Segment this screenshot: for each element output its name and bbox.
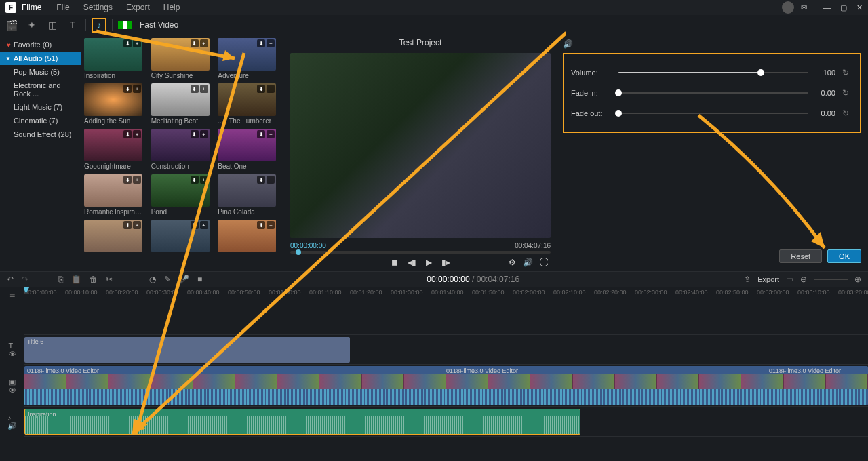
- menu-file[interactable]: File: [51, 1, 75, 14]
- play-icon[interactable]: ▶: [426, 258, 432, 267]
- audio-item[interactable]: ⬇+Pina Colada: [218, 174, 282, 216]
- fadeout-slider[interactable]: [618, 113, 808, 114]
- maximize-icon[interactable]: ▢: [840, 3, 847, 12]
- zoom-in-icon[interactable]: ⊕: [854, 275, 861, 284]
- video-clip[interactable]: 0118Filme3.0 Video Editor 0118Filme3.0 V…: [24, 366, 868, 405]
- add-icon: +: [133, 39, 141, 47]
- ok-button[interactable]: OK: [827, 249, 861, 263]
- preview-video[interactable]: [290, 53, 551, 238]
- volume-icon[interactable]: 🔊: [523, 258, 533, 267]
- category-electronic[interactable]: Electronic and Rock ...: [0, 79, 81, 100]
- fadein-slider[interactable]: [618, 92, 808, 94]
- track-menu-icon[interactable]: ≡: [0, 287, 24, 305]
- redo-icon[interactable]: ↷: [22, 275, 28, 284]
- audio-item[interactable]: ⬇+Inspiration: [84, 38, 149, 79]
- category-sound-effect[interactable]: Sound Effect (28): [0, 127, 81, 141]
- prev-frame-icon[interactable]: ◂▮: [408, 258, 416, 267]
- category-light[interactable]: Light Music (7): [0, 100, 81, 114]
- audio-icon[interactable]: ♪: [92, 18, 106, 33]
- paste-icon[interactable]: 📋: [71, 275, 81, 284]
- audio-track[interactable]: Inspiration: [24, 407, 868, 437]
- favorite-item[interactable]: ♥ Favorite (0): [0, 38, 81, 52]
- export-label[interactable]: Export: [757, 275, 779, 283]
- text-track-icon[interactable]: T👁: [0, 335, 24, 365]
- add-icon: +: [133, 130, 141, 138]
- speed-icon[interactable]: ◔: [149, 275, 156, 284]
- add-icon: +: [267, 85, 275, 93]
- audio-item[interactable]: ⬇+Goodnightmare: [84, 129, 149, 170]
- audio-item[interactable]: ⬇+: [84, 220, 149, 254]
- audio-item[interactable]: ⬇+: [218, 220, 282, 254]
- settings-icon[interactable]: ⚙: [509, 258, 516, 267]
- text-icon[interactable]: T: [65, 18, 80, 33]
- voice-icon[interactable]: 🎤: [179, 275, 189, 284]
- fadein-reset-icon[interactable]: ↻: [842, 88, 853, 98]
- export-icon[interactable]: ⇪: [744, 275, 751, 284]
- preview-controls: ◼ ◂▮ ▶ ▮▸ ⚙ 🔊 ⛶: [290, 254, 551, 271]
- audio-item[interactable]: ⬇+Adding the Sun: [84, 83, 149, 125]
- copy-icon[interactable]: ⎘: [58, 275, 63, 284]
- download-icon: ⬇: [191, 130, 199, 138]
- media-icon[interactable]: 🎬: [4, 18, 19, 33]
- audio-item[interactable]: ⬇+Construction: [151, 129, 216, 170]
- download-icon: ⬇: [123, 39, 132, 47]
- speaker-icon[interactable]: 🔊: [563, 38, 861, 50]
- user-avatar[interactable]: [782, 1, 794, 14]
- menu-settings[interactable]: Settings: [78, 1, 118, 14]
- menu-help[interactable]: Help: [158, 1, 186, 14]
- audio-item[interactable]: ⬇+Beat One: [218, 129, 282, 170]
- zoom-out-icon[interactable]: ⊖: [800, 275, 807, 284]
- reset-button[interactable]: Reset: [779, 249, 822, 263]
- transitions-icon[interactable]: ◫: [45, 18, 60, 33]
- text-track[interactable]: Title 6: [24, 335, 868, 365]
- audio-clip[interactable]: Inspiration: [24, 409, 580, 435]
- heart-icon: ♥: [7, 41, 11, 49]
- fadeout-value: 0.00: [815, 109, 835, 117]
- add-icon: +: [200, 39, 208, 47]
- effects-icon[interactable]: ✦: [24, 18, 39, 33]
- close-icon[interactable]: ✕: [856, 3, 863, 12]
- stop-icon[interactable]: ◼: [391, 258, 398, 267]
- undo-icon[interactable]: ↶: [7, 275, 14, 284]
- split-icon[interactable]: ✂: [106, 275, 113, 284]
- fit-icon[interactable]: ▭: [786, 275, 793, 284]
- audio-grid[interactable]: ⬇+Inspiration⬇+City Sunshine⬇+Adventure⬇…: [81, 35, 285, 271]
- timeline-ruler[interactable]: 00:00:00:0000:00:10:0000:00:20:0000:00:3…: [24, 287, 868, 305]
- edit-icon[interactable]: ✎: [164, 275, 171, 284]
- zoom-slider[interactable]: [814, 279, 848, 280]
- category-cinematic[interactable]: Cinematic (7): [0, 114, 81, 127]
- audio-item[interactable]: ⬇+City Sunshine: [151, 38, 216, 79]
- fast-video-label[interactable]: Fast Video: [140, 20, 178, 30]
- category-pop[interactable]: Pop Music (5): [0, 65, 81, 79]
- video-track[interactable]: 0118Filme3.0 Video Editor 0118Filme3.0 V…: [24, 365, 868, 407]
- menubar: F Filme File Settings Export Help ✉ — ▢ …: [0, 0, 868, 15]
- fullscreen-icon[interactable]: ⛶: [540, 258, 548, 267]
- flag-icon: [118, 21, 132, 29]
- volume-slider[interactable]: [618, 72, 808, 73]
- mail-icon[interactable]: ✉: [801, 3, 807, 12]
- download-icon: ⬇: [191, 39, 199, 47]
- playhead[interactable]: [26, 287, 26, 461]
- timeline-current: 00:00:00:00: [427, 275, 469, 284]
- next-frame-icon[interactable]: ▮▸: [441, 258, 450, 267]
- fadeout-reset-icon[interactable]: ↻: [842, 108, 853, 118]
- add-icon: +: [267, 39, 275, 47]
- spacer-track[interactable]: [24, 305, 868, 335]
- title-clip[interactable]: Title 6: [24, 337, 350, 363]
- app-logo: F: [5, 2, 16, 13]
- menu-export[interactable]: Export: [121, 1, 155, 14]
- audio-item[interactable]: ⬇+Romantic Inspiration: [84, 174, 149, 216]
- audio-item[interactable]: ⬇+Pond: [151, 174, 216, 216]
- category-all-audio[interactable]: ▼ All Audio (51): [0, 52, 81, 65]
- minimize-icon[interactable]: —: [823, 3, 831, 12]
- delete-icon[interactable]: 🗑: [90, 275, 98, 284]
- video-track-icon[interactable]: ▣👁: [0, 365, 24, 407]
- audio-item[interactable]: ⬇+: [151, 220, 216, 254]
- record-icon[interactable]: ■: [197, 275, 202, 284]
- volume-reset-icon[interactable]: ↻: [842, 68, 853, 77]
- add-icon: +: [200, 130, 208, 138]
- audio-item[interactable]: ⬇+...k The Lumberer: [218, 83, 282, 125]
- audio-item[interactable]: ⬇+Meditating Beat: [151, 83, 216, 125]
- audio-track-icon[interactable]: ♪🔊: [0, 407, 24, 437]
- audio-item[interactable]: ⬇+Adventure: [218, 38, 282, 79]
